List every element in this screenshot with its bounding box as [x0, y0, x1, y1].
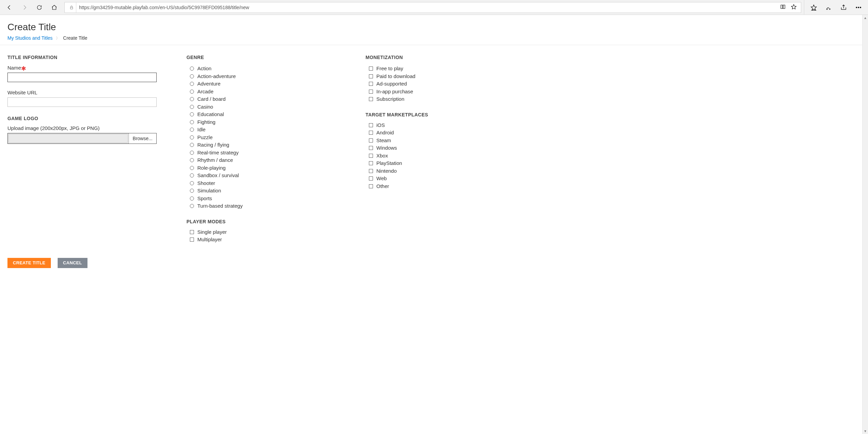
radio-icon: [190, 204, 194, 208]
radio-icon: [190, 173, 194, 177]
monetization-option-ad-supported[interactable]: Ad-supported: [369, 80, 515, 88]
genre-heading: GENRE: [186, 55, 349, 60]
website-url-input[interactable]: [7, 97, 157, 107]
marketplace-option-android[interactable]: Android: [369, 129, 515, 137]
genre-option-arcade[interactable]: Arcade: [190, 88, 349, 96]
genre-option-label: Sandbox / survival: [197, 172, 239, 180]
marketplace-option-other[interactable]: Other: [369, 183, 515, 190]
genre-option-adventure[interactable]: Adventure: [190, 80, 349, 88]
upload-image-path: [8, 134, 128, 143]
radio-icon: [190, 135, 194, 139]
back-button[interactable]: [2, 0, 17, 15]
page-title: Create Title: [7, 22, 855, 33]
genre-option-rhythm-dance[interactable]: Rhythm / dance: [190, 156, 349, 164]
page-viewport: Create Title My Studios and Titles 〉 Cre…: [0, 15, 862, 434]
home-button[interactable]: [47, 0, 62, 15]
player-mode-option-single-player[interactable]: Single player: [190, 228, 349, 236]
checkbox-icon: [369, 161, 373, 165]
reading-view-icon[interactable]: [780, 4, 786, 11]
chrome-right-controls: [804, 0, 866, 15]
genre-option-sports[interactable]: Sports: [190, 195, 349, 203]
genre-option-label: Action-adventure: [197, 73, 236, 80]
marketplace-option-label: Web: [376, 175, 387, 183]
checkbox-icon: [369, 176, 373, 181]
marketplaces-checkbox-list: iOSAndroidSteamWindowsXboxPlayStationNin…: [366, 121, 515, 190]
name-label: Name✱: [7, 65, 170, 71]
upload-image-label: Upload image (200x200px, JPG or PNG): [7, 125, 170, 131]
genre-option-action[interactable]: Action: [190, 65, 349, 73]
monetization-option-in-app-purchase[interactable]: In-app purchase: [369, 88, 515, 96]
cancel-button[interactable]: CANCEL: [58, 258, 87, 268]
genre-option-real-time-strategy[interactable]: Real-time strategy: [190, 149, 349, 157]
more-icon[interactable]: [851, 0, 866, 15]
genre-option-label: Idle: [197, 126, 205, 134]
checkbox-icon: [369, 90, 373, 94]
marketplace-option-xbox[interactable]: Xbox: [369, 152, 515, 160]
genre-option-fighting[interactable]: Fighting: [190, 118, 349, 126]
monetization-heading: MONETIZATION: [366, 55, 515, 60]
breadcrumb: My Studios and Titles 〉 Create Title: [7, 35, 855, 41]
radio-icon: [190, 166, 194, 170]
marketplace-option-windows[interactable]: Windows: [369, 144, 515, 152]
favorite-icon[interactable]: [791, 4, 797, 11]
genre-option-action-adventure[interactable]: Action-adventure: [190, 73, 349, 80]
genre-option-label: Simulation: [197, 187, 221, 195]
monetization-option-free-to-play[interactable]: Free to play: [369, 65, 515, 73]
genre-option-label: Racing / flying: [197, 141, 229, 149]
radio-icon: [190, 97, 194, 101]
genre-option-label: Action: [197, 65, 212, 73]
genre-option-sandbox-survival[interactable]: Sandbox / survival: [190, 172, 349, 180]
marketplace-option-web[interactable]: Web: [369, 175, 515, 183]
create-title-form: TITLE INFORMATION Name✱ Website URL GAME…: [0, 45, 862, 252]
radio-icon: [190, 189, 194, 193]
vertical-scrollbar[interactable]: ▲ ▼: [862, 15, 868, 434]
marketplace-option-playstation[interactable]: PlayStation: [369, 159, 515, 167]
monetization-option-label: Free to play: [376, 65, 403, 73]
checkbox-icon: [369, 146, 373, 150]
genre-option-casino[interactable]: Casino: [190, 103, 349, 111]
notes-icon[interactable]: [821, 0, 836, 15]
genre-option-racing-flying[interactable]: Racing / flying: [190, 141, 349, 149]
browse-button[interactable]: Browse...: [129, 133, 156, 144]
forward-button[interactable]: [17, 0, 32, 15]
breadcrumb-root-link[interactable]: My Studios and Titles: [7, 35, 53, 41]
monetization-option-subscription[interactable]: Subscription: [369, 95, 515, 103]
player-mode-option-label: Multiplayer: [197, 236, 222, 244]
lock-icon: [67, 2, 76, 13]
title-information-heading: TITLE INFORMATION: [7, 55, 170, 60]
genre-option-simulation[interactable]: Simulation: [190, 187, 349, 195]
svg-point-2: [856, 7, 857, 8]
checkbox-icon: [369, 184, 373, 188]
genre-option-label: Puzzle: [197, 134, 213, 141]
genre-option-turn-based-strategy[interactable]: Turn-based strategy: [190, 202, 349, 210]
checkbox-icon: [369, 131, 373, 135]
player-mode-option-multiplayer[interactable]: Multiplayer: [190, 236, 349, 244]
refresh-button[interactable]: [32, 0, 47, 15]
marketplace-option-nintendo[interactable]: Nintendo: [369, 167, 515, 175]
marketplace-option-label: Windows: [376, 144, 397, 152]
share-icon[interactable]: [836, 0, 851, 15]
radio-icon: [190, 67, 194, 71]
monetization-option-paid-to-download[interactable]: Paid to download: [369, 73, 515, 80]
svg-point-3: [858, 7, 859, 8]
marketplace-option-label: PlayStation: [376, 159, 402, 167]
radio-icon: [190, 158, 194, 162]
genre-option-card-board[interactable]: Card / board: [190, 95, 349, 103]
name-input[interactable]: [7, 73, 157, 82]
checkbox-icon: [369, 82, 373, 86]
upload-image-field[interactable]: Browse...: [7, 133, 157, 144]
create-title-button[interactable]: CREATE TITLE: [7, 258, 51, 268]
browser-chrome: https://gm34259-mutable.playfab.com/en-U…: [0, 0, 868, 15]
checkbox-icon: [369, 169, 373, 173]
marketplace-option-label: Other: [376, 183, 389, 190]
genre-option-educational[interactable]: Educational: [190, 111, 349, 118]
genre-option-shooter[interactable]: Shooter: [190, 180, 349, 187]
radio-icon: [190, 90, 194, 94]
genre-option-puzzle[interactable]: Puzzle: [190, 134, 349, 141]
genre-option-role-playing[interactable]: Role-playing: [190, 164, 349, 172]
genre-option-idle[interactable]: Idle: [190, 126, 349, 134]
marketplace-option-steam[interactable]: Steam: [369, 137, 515, 145]
url-bar[interactable]: https://gm34259-mutable.playfab.com/en-U…: [64, 2, 801, 13]
favorites-list-icon[interactable]: [806, 0, 821, 15]
marketplace-option-ios[interactable]: iOS: [369, 121, 515, 129]
